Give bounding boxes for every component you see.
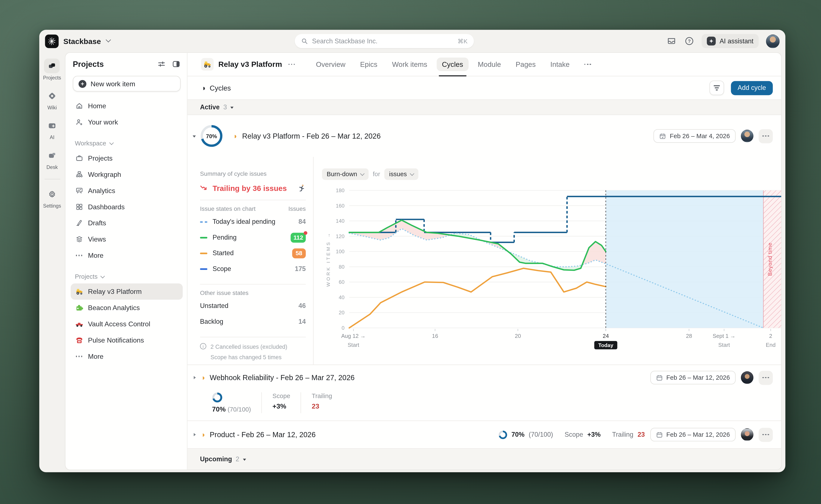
tab-intake[interactable]: Intake: [544, 53, 576, 76]
progress-donut-icon: [212, 392, 223, 403]
row-menu-button[interactable]: [759, 129, 773, 143]
puzzle-emoji-icon: [75, 304, 83, 312]
expanded-caret-icon: [192, 135, 196, 137]
row-menu-button[interactable]: [759, 371, 773, 385]
other-states-heading: Other issue states: [200, 290, 249, 296]
calendar-icon: [659, 133, 666, 139]
cycles-toolbar: ◑ Cycles Add cycle: [187, 76, 781, 100]
sidebar-item-workgraph[interactable]: Workgraph: [71, 166, 183, 183]
date-range-picker[interactable]: Feb 26 – Mar 12, 2026: [650, 428, 736, 441]
display-settings-button[interactable]: [156, 59, 166, 69]
sidebar-item-views[interactable]: Views: [71, 231, 183, 247]
svg-text:Start: Start: [718, 342, 730, 348]
sidebar-projects-more[interactable]: More: [71, 348, 183, 365]
active-group-header[interactable]: Active 3: [187, 100, 781, 115]
date-range-picker[interactable]: Feb 26 – Mar 4, 2026: [654, 129, 736, 143]
cycle-stats: 70% (70/100) Scope +3% Trailing 23: [212, 392, 781, 413]
cycle-progress-donut: 70%: [200, 125, 223, 148]
legend-row-ideal: Today's ideal pending 84: [200, 214, 306, 230]
collapse-caret-icon: [243, 458, 246, 460]
project-menu-button[interactable]: [289, 64, 295, 65]
drafts-pen-icon: [75, 219, 83, 227]
chart-type-dropdown[interactable]: Burn-down: [322, 168, 369, 180]
ai-module-icon: [44, 118, 60, 133]
user-avatar[interactable]: [766, 34, 780, 48]
tab-module[interactable]: Module: [471, 53, 507, 76]
chevron-down-icon: [100, 274, 105, 278]
date-range-picker[interactable]: Feb 26 – Mar 12, 2026: [650, 371, 736, 384]
cycle-row-product: ◑ Product - Feb 26 – Mar 12, 2026 70% (7…: [187, 421, 781, 449]
rail-item-settings[interactable]: Settings: [43, 187, 61, 209]
tab-overview[interactable]: Overview: [310, 53, 352, 76]
rail-item-projects[interactable]: Projects: [43, 59, 61, 81]
tabs-overflow-button[interactable]: [578, 53, 597, 76]
cycle-state-icon: ◑: [233, 132, 237, 140]
rail-item-desk[interactable]: Desk: [44, 148, 60, 170]
sidebar-item-more[interactable]: More: [71, 247, 183, 264]
tab-cycles[interactable]: Cycles: [436, 53, 469, 76]
tab-work-items[interactable]: Work items: [386, 53, 434, 76]
chart-scope-dropdown[interactable]: issues: [384, 168, 418, 180]
ai-assistant-label: AI assistant: [720, 37, 753, 45]
ellipsis-icon: [762, 377, 769, 378]
sidebar-project-pulse-notifications[interactable]: Pulse Notifications: [71, 332, 183, 348]
scope-swatch: [200, 268, 207, 270]
tab-epics[interactable]: Epics: [354, 53, 384, 76]
add-cycle-button[interactable]: Add cycle: [731, 81, 773, 95]
global-search-input[interactable]: Search Stackbase Inc. ⌘K: [295, 34, 474, 48]
burndown-chart-pane: Burn-down for issues 0204060801001201401…: [313, 157, 781, 365]
stackbase-logo-icon[interactable]: [45, 34, 59, 48]
filter-button[interactable]: [709, 81, 724, 95]
workspace-section-header[interactable]: Workspace: [75, 140, 178, 147]
chevron-down-icon: [109, 140, 114, 145]
svg-text:160: 160: [336, 203, 345, 209]
trend-down-icon: [200, 185, 208, 192]
workspace-chevron-down-icon[interactable]: [106, 37, 111, 42]
cycle-title: Relay v3 Platform - Feb 26 – Mar 12, 202…: [242, 132, 381, 140]
pending-count-badge: 112: [291, 233, 306, 243]
collapsed-caret-icon: [194, 376, 196, 379]
help-button[interactable]: ?: [684, 36, 695, 46]
page-title: Relay v3 Platform: [218, 60, 282, 69]
desk-icon: [44, 148, 60, 163]
rail-item-ai[interactable]: AI: [44, 118, 60, 140]
started-count-badge: 58: [292, 248, 306, 258]
sidebar-project-vault-access[interactable]: Vault Access Control: [71, 316, 183, 332]
sidebar-title: Projects: [73, 59, 151, 68]
sidebar-item-your-work[interactable]: Your work: [71, 114, 183, 130]
sidebar-item-drafts[interactable]: Drafts: [71, 215, 183, 231]
sidebar-item-dashboards[interactable]: Dashboards: [71, 199, 183, 215]
ideal-dash-swatch: [200, 221, 207, 223]
projects-section-header[interactable]: Projects: [75, 273, 178, 280]
legend-row-scope: Scope 175: [200, 261, 306, 277]
person-icon: [75, 118, 83, 126]
rail-item-wiki[interactable]: Wiki: [44, 88, 60, 110]
started-swatch: [200, 252, 207, 254]
new-work-item-button[interactable]: + New work item: [73, 76, 180, 91]
trailing-alert: Trailing by 36 issues: [213, 184, 297, 192]
col-states-label: Issue states on chart: [200, 205, 256, 212]
upcoming-group-header[interactable]: Upcoming 2: [187, 449, 781, 470]
svg-text:100: 100: [336, 249, 345, 254]
cycle-row-header[interactable]: ◑ Product - Feb 26 – Mar 12, 2026 70% (7…: [187, 421, 781, 448]
sidebar-item-analytics[interactable]: Analytics: [71, 183, 183, 199]
inbox-button[interactable]: [666, 36, 677, 46]
row-menu-button[interactable]: [759, 428, 773, 442]
inbox-icon: [667, 36, 677, 46]
tab-pages[interactable]: Pages: [509, 53, 542, 76]
other-row-unstarted: Unstarted 46: [200, 298, 306, 314]
wiki-icon: [44, 88, 60, 103]
sidebar-project-beacon-analytics[interactable]: Beacon Analytics: [71, 300, 183, 316]
cycle-row-header[interactable]: 70% ◑ Relay v3 Platform - Feb 26 – Mar 1…: [187, 115, 781, 157]
workspace-name[interactable]: Stackbase: [63, 37, 101, 45]
sidebar-item-home[interactable]: Home: [71, 98, 183, 114]
assignee-avatar: [741, 371, 753, 384]
svg-text:WORK ITEMS →: WORK ITEMS →: [326, 231, 331, 287]
other-row-backlog: Backlog 14: [200, 314, 306, 329]
ai-assistant-button[interactable]: AI assistant: [702, 34, 759, 48]
svg-text:120: 120: [336, 233, 345, 239]
sidebar-project-relay-v3[interactable]: Relay v3 Platform: [71, 283, 183, 300]
sidebar-item-projects[interactable]: Projects: [71, 150, 183, 166]
collapse-sidebar-button[interactable]: [171, 59, 181, 69]
cycle-row-header[interactable]: ◑ Webhook Reliability - Feb 26 – Mar 27,…: [187, 365, 781, 387]
